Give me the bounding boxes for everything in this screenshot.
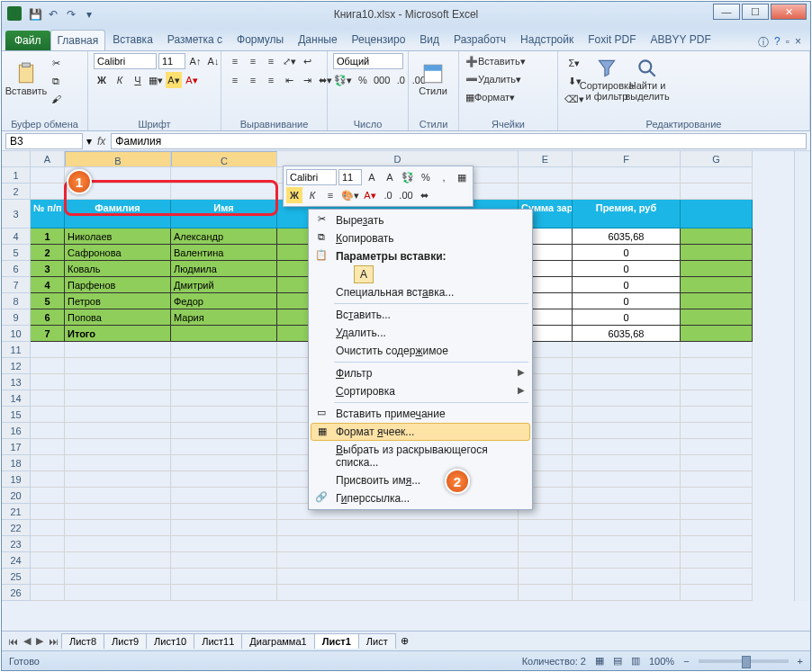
- cell[interactable]: [681, 374, 753, 390]
- cell[interactable]: [31, 390, 65, 407]
- sheet-tab[interactable]: Лист9: [104, 633, 147, 649]
- cell[interactable]: [681, 520, 753, 536]
- cell[interactable]: [573, 407, 681, 423]
- cell[interactable]: 6: [31, 309, 65, 326]
- ctx-pspecial[interactable]: Специальная вставка...: [311, 283, 530, 301]
- cell[interactable]: [65, 342, 171, 358]
- sheet-tab[interactable]: Лист11: [194, 633, 242, 649]
- cell[interactable]: [65, 520, 171, 536]
- percent-icon[interactable]: %: [355, 72, 371, 88]
- ctx-format[interactable]: ▦Формат ячеек...: [311, 423, 530, 441]
- cell[interactable]: [65, 552, 171, 569]
- cell[interactable]: [573, 536, 681, 552]
- cell[interactable]: [573, 167, 681, 184]
- cell[interactable]: [573, 585, 681, 601]
- cell[interactable]: [573, 520, 681, 536]
- row-header[interactable]: 10: [2, 326, 30, 342]
- cell[interactable]: [31, 374, 65, 390]
- tab-data[interactable]: Данные: [291, 29, 344, 50]
- cell[interactable]: [277, 536, 519, 552]
- window-restore-icon[interactable]: ▫: [786, 35, 789, 50]
- cell[interactable]: [31, 471, 65, 488]
- wrap-text-icon[interactable]: ↩: [299, 53, 315, 69]
- cell[interactable]: [171, 390, 277, 407]
- cell[interactable]: [681, 261, 753, 277]
- cell[interactable]: 1: [31, 228, 65, 245]
- cell[interactable]: [681, 569, 753, 585]
- cell[interactable]: [31, 358, 65, 374]
- cell[interactable]: Николаев: [65, 228, 171, 245]
- row-header[interactable]: 1: [2, 167, 30, 184]
- view-normal-icon[interactable]: ▦: [595, 655, 604, 667]
- cell[interactable]: [171, 326, 277, 342]
- ctx-delete[interactable]: Удалить...: [311, 324, 530, 342]
- autosum-icon[interactable]: Σ▾: [564, 55, 585, 71]
- cell[interactable]: [277, 520, 519, 536]
- row-header[interactable]: 3: [2, 200, 30, 228]
- grow-font-icon[interactable]: A↑: [187, 53, 203, 69]
- cell[interactable]: [681, 552, 753, 569]
- cell[interactable]: [65, 439, 171, 455]
- cell[interactable]: [681, 342, 753, 358]
- cell[interactable]: [65, 423, 171, 439]
- cell[interactable]: [573, 342, 681, 358]
- cell[interactable]: Федор: [171, 293, 277, 309]
- help-icon[interactable]: ?: [774, 35, 780, 50]
- minimize-button[interactable]: —: [713, 4, 740, 20]
- cell[interactable]: [65, 536, 171, 552]
- align-left-icon[interactable]: ≡: [227, 72, 243, 88]
- cell[interactable]: [573, 471, 681, 488]
- cell[interactable]: Премия, руб: [573, 200, 681, 228]
- cell[interactable]: [31, 536, 65, 552]
- cell[interactable]: [171, 488, 277, 504]
- tab-addins[interactable]: Надстройк: [513, 29, 581, 50]
- cell[interactable]: [681, 200, 753, 228]
- styles-button[interactable]: Стили: [414, 53, 452, 105]
- zoom-in-icon[interactable]: +: [798, 656, 803, 667]
- cell[interactable]: [681, 536, 753, 552]
- cell[interactable]: [681, 488, 753, 504]
- cell[interactable]: [65, 390, 171, 407]
- cell[interactable]: [681, 407, 753, 423]
- indent-dec-icon[interactable]: ⇤: [281, 72, 297, 88]
- mini-grow-icon[interactable]: A: [364, 169, 380, 185]
- row-header[interactable]: 21: [2, 504, 30, 520]
- cell[interactable]: [65, 585, 171, 601]
- font-color-button[interactable]: A▾: [184, 72, 200, 88]
- cell[interactable]: [681, 184, 753, 200]
- row-header[interactable]: 6: [2, 261, 30, 277]
- vertical-scrollbar[interactable]: [794, 151, 810, 601]
- cell[interactable]: [171, 407, 277, 423]
- cell[interactable]: [171, 569, 277, 585]
- cell[interactable]: [681, 471, 753, 488]
- mini-align-icon[interactable]: ≡: [322, 187, 338, 203]
- cell[interactable]: [519, 184, 573, 200]
- tab-nav-first-icon[interactable]: ⏮: [5, 636, 21, 647]
- ctx-pasteopt[interactable]: 📋Параметры вставки:: [311, 247, 530, 265]
- tab-foxit[interactable]: Foxit PDF: [581, 29, 643, 50]
- bold-button[interactable]: Ж: [94, 72, 110, 88]
- cell[interactable]: [573, 488, 681, 504]
- view-pagebreak-icon[interactable]: ▥: [631, 655, 640, 667]
- cell[interactable]: [573, 439, 681, 455]
- align-mid-icon[interactable]: ≡: [245, 53, 261, 69]
- cell[interactable]: [573, 374, 681, 390]
- cell[interactable]: 6035,68: [573, 326, 681, 342]
- cell[interactable]: [31, 342, 65, 358]
- mini-merge-icon[interactable]: ⬌: [416, 187, 432, 203]
- worksheet-grid[interactable]: 1234567891011121314151617181920212223242…: [2, 151, 810, 601]
- align-bot-icon[interactable]: ≡: [263, 53, 279, 69]
- number-format[interactable]: [333, 53, 403, 69]
- cell[interactable]: [681, 585, 753, 601]
- ctx-clear[interactable]: Очистить содержимое: [311, 342, 530, 360]
- cell[interactable]: [171, 184, 277, 200]
- cell[interactable]: [31, 552, 65, 569]
- row-header[interactable]: 4: [2, 228, 30, 245]
- cell[interactable]: [277, 569, 519, 585]
- row-header[interactable]: 24: [2, 552, 30, 569]
- tab-abbyy[interactable]: ABBYY PDF: [644, 29, 718, 50]
- redo-icon[interactable]: ↷: [63, 6, 79, 22]
- ctx-insert[interactable]: Вставить...: [311, 306, 530, 324]
- view-layout-icon[interactable]: ▤: [613, 655, 622, 667]
- row-header[interactable]: 12: [2, 358, 30, 374]
